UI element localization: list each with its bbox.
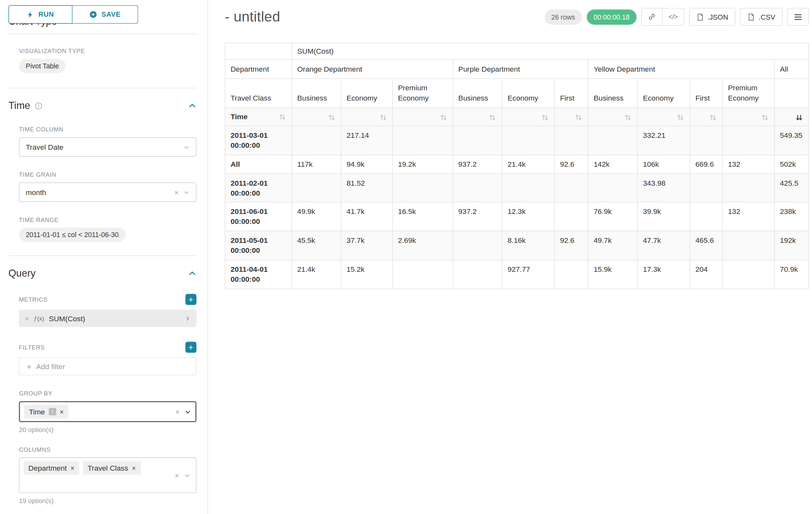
value-cell: 8.16k bbox=[502, 231, 554, 260]
value-cell bbox=[722, 173, 775, 202]
columns-label: COLUMNS bbox=[19, 446, 196, 453]
time-column-select[interactable]: Travel Date bbox=[19, 137, 196, 157]
value-cell bbox=[393, 126, 453, 155]
column-sort-cell[interactable] bbox=[775, 108, 809, 126]
clear-icon[interactable]: × bbox=[174, 189, 178, 196]
value-cell: 70.9k bbox=[775, 260, 809, 289]
column-sort-cell[interactable] bbox=[393, 108, 453, 126]
value-cell bbox=[722, 231, 775, 260]
remove-tag-icon[interactable]: × bbox=[132, 464, 136, 471]
chart-title[interactable]: - untitled bbox=[225, 9, 280, 25]
travel-class-cell: Economy bbox=[637, 79, 690, 108]
add-metric-button[interactable]: + bbox=[185, 294, 196, 305]
columns-select[interactable]: Department × Travel Class × × bbox=[19, 457, 196, 493]
menu-button[interactable] bbox=[787, 8, 809, 26]
time-sort-header-cell[interactable]: Time bbox=[225, 108, 292, 126]
table-row: 2011-05-01 00:00:0045.5k37.7k2.69k8.16k9… bbox=[225, 231, 809, 260]
metric-chip[interactable]: × ƒ(x) SUM(Cost) bbox=[19, 310, 196, 327]
run-button[interactable]: RUN bbox=[8, 5, 72, 23]
query-timer-badge: 00:00:00.18 bbox=[587, 9, 636, 24]
travel-class-header-row: Travel ClassBusinessEconomyPremium Econo… bbox=[225, 79, 809, 108]
sort-descending-icon bbox=[795, 113, 803, 121]
column-sort-cell[interactable] bbox=[637, 108, 690, 126]
row-header-cell: 2011-03-01 00:00:00 bbox=[225, 126, 292, 155]
column-sort-cell[interactable] bbox=[292, 108, 341, 126]
value-cell: 15.9k bbox=[588, 260, 637, 289]
time-grain-select[interactable]: month × bbox=[19, 183, 196, 202]
columns-tag[interactable]: Travel Class × bbox=[83, 461, 141, 475]
query-section-header[interactable]: Query bbox=[8, 268, 196, 279]
remove-tag-icon[interactable]: × bbox=[70, 464, 75, 471]
chevron-up-icon[interactable] bbox=[188, 269, 196, 277]
divider bbox=[8, 88, 196, 88]
value-cell bbox=[690, 173, 722, 202]
travel-class-cell bbox=[775, 79, 809, 108]
save-button[interactable]: SAVE bbox=[72, 5, 138, 23]
export-json-button[interactable]: .JSON bbox=[689, 8, 735, 26]
value-cell: 92.6 bbox=[555, 155, 588, 174]
corner-cell bbox=[225, 43, 292, 59]
remove-tag-icon[interactable]: × bbox=[60, 408, 63, 415]
metric-header-cell: SUM(Cost) bbox=[292, 43, 809, 59]
travel-class-label-cell: Travel Class bbox=[225, 79, 292, 108]
value-cell bbox=[453, 126, 502, 155]
time-grain-label: TIME GRAIN bbox=[19, 171, 196, 178]
value-cell bbox=[502, 126, 554, 155]
group-by-tag[interactable]: Time i × bbox=[24, 405, 68, 418]
travel-class-cell: Premium Economy bbox=[393, 79, 453, 108]
visualization-type-chip[interactable]: Pivot Table bbox=[19, 59, 66, 73]
value-cell: 238k bbox=[775, 202, 809, 231]
value-cell: 502k bbox=[775, 155, 809, 174]
info-icon bbox=[34, 102, 42, 110]
remove-metric-icon[interactable]: × bbox=[25, 315, 29, 322]
group-by-select[interactable]: Time i × × bbox=[19, 401, 196, 422]
row-count-badge: 26 rows bbox=[544, 9, 582, 24]
add-filter-placeholder: Add filter bbox=[36, 362, 65, 371]
time-range-label: TIME RANGE bbox=[19, 217, 196, 223]
chevron-up-icon[interactable] bbox=[188, 102, 196, 110]
caret-right-icon[interactable] bbox=[184, 315, 191, 322]
value-cell bbox=[690, 202, 722, 231]
caret-down-icon bbox=[184, 472, 191, 479]
row-header-cell: 2011-04-01 00:00:00 bbox=[225, 260, 292, 289]
clear-icon[interactable]: × bbox=[175, 408, 179, 415]
export-csv-button[interactable]: .CSV bbox=[741, 8, 783, 26]
value-cell bbox=[555, 202, 588, 231]
value-cell: 92.6 bbox=[555, 231, 588, 260]
column-sort-cell[interactable] bbox=[722, 108, 775, 126]
sort-icon bbox=[379, 113, 387, 121]
code-icon: </> bbox=[669, 13, 677, 21]
bolt-icon bbox=[27, 11, 34, 18]
time-grain-value: month bbox=[26, 188, 46, 196]
run-save-button-group: RUN SAVE bbox=[8, 5, 138, 23]
visualization-type-label: VISUALIZATION TYPE bbox=[19, 48, 196, 54]
query-section-title: Query bbox=[8, 268, 36, 279]
value-cell: 49.7k bbox=[588, 231, 637, 260]
control-panel: RUN SAVE Chart Type VISUALIZATION TYPE P… bbox=[0, 0, 208, 514]
table-row: 2011-04-01 00:00:0021.4k15.2k927.7715.9k… bbox=[225, 260, 809, 289]
travel-class-cell: First bbox=[690, 79, 722, 108]
column-sort-cell[interactable] bbox=[341, 108, 393, 126]
column-sort-cell[interactable] bbox=[690, 108, 722, 126]
time-section-header[interactable]: Time bbox=[8, 100, 196, 111]
add-filter-dropzone[interactable]: + Add filter bbox=[19, 357, 196, 376]
row-header-cell: 2011-05-01 00:00:00 bbox=[225, 231, 292, 260]
value-cell: 16.5k bbox=[393, 202, 453, 231]
value-cell bbox=[292, 173, 341, 202]
caret-down-icon bbox=[184, 408, 191, 415]
column-sort-cell[interactable] bbox=[453, 108, 502, 126]
embed-code-button[interactable]: </> bbox=[663, 8, 684, 26]
plus-circle-icon bbox=[90, 10, 97, 19]
columns-tag[interactable]: Department × bbox=[24, 461, 79, 475]
column-sort-cell[interactable] bbox=[502, 108, 554, 126]
metrics-label-row: METRICS + bbox=[19, 294, 196, 305]
value-cell: 81.52 bbox=[341, 173, 393, 202]
time-range-chip[interactable]: 2011-01-01 ≤ col < 2011-06-30 bbox=[19, 228, 125, 242]
add-filter-button[interactable]: + bbox=[185, 342, 196, 353]
column-sort-cell[interactable] bbox=[555, 108, 588, 126]
run-label: RUN bbox=[38, 10, 54, 19]
clear-icon[interactable]: × bbox=[175, 471, 179, 479]
column-sort-cell[interactable] bbox=[588, 108, 637, 126]
copy-link-button[interactable] bbox=[641, 8, 663, 26]
metric-name: SUM(Cost) bbox=[49, 314, 85, 323]
